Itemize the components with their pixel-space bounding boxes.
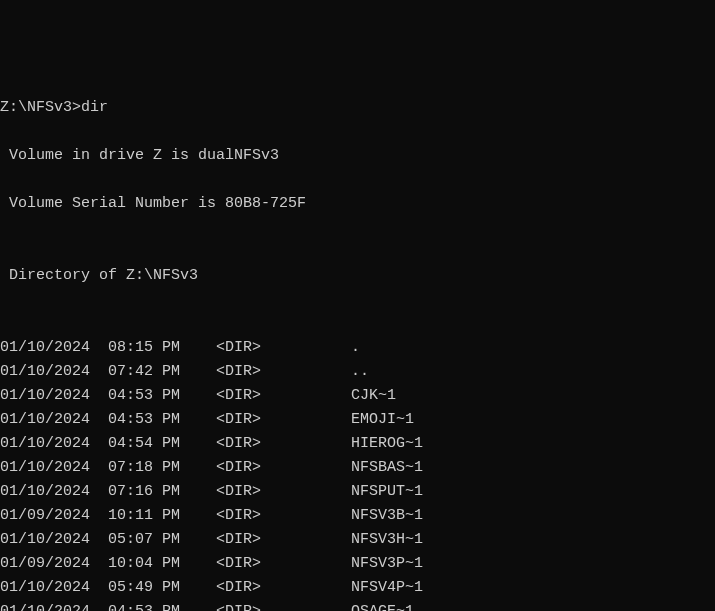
volume-line: Volume in drive Z is dualNFSv3 bbox=[0, 144, 715, 168]
directory-entries: 01/10/2024 08:15 PM <DIR> .01/10/2024 07… bbox=[0, 336, 715, 611]
serial-line: Volume Serial Number is 80B8-725F bbox=[0, 192, 715, 216]
directory-of-line: Directory of Z:\NFSv3 bbox=[0, 264, 715, 288]
dir-entry-row: 01/10/2024 08:15 PM <DIR> . bbox=[0, 336, 715, 360]
dir-entry-row: 01/10/2024 04:54 PM <DIR> HIEROG~1 bbox=[0, 432, 715, 456]
dir-entry-row: 01/10/2024 04:53 PM <DIR> CJK~1 bbox=[0, 384, 715, 408]
dir-entry-row: 01/09/2024 10:11 PM <DIR> NFSV3B~1 bbox=[0, 504, 715, 528]
dir-entry-row: 01/10/2024 07:16 PM <DIR> NFSPUT~1 bbox=[0, 480, 715, 504]
terminal-output: Z:\NFSv3>dir Volume in drive Z is dualNF… bbox=[0, 72, 715, 611]
dir-entry-row: 01/09/2024 10:04 PM <DIR> NFSV3P~1 bbox=[0, 552, 715, 576]
dir-entry-row: 01/10/2024 07:18 PM <DIR> NFSBAS~1 bbox=[0, 456, 715, 480]
dir-entry-row: 01/10/2024 07:42 PM <DIR> .. bbox=[0, 360, 715, 384]
dir-entry-row: 01/10/2024 05:07 PM <DIR> NFSV3H~1 bbox=[0, 528, 715, 552]
dir-entry-row: 01/10/2024 04:53 PM <DIR> OSAGE~1 bbox=[0, 600, 715, 611]
prompt-line[interactable]: Z:\NFSv3>dir bbox=[0, 96, 715, 120]
dir-entry-row: 01/10/2024 04:53 PM <DIR> EMOJI~1 bbox=[0, 408, 715, 432]
dir-entry-row: 01/10/2024 05:49 PM <DIR> NFSV4P~1 bbox=[0, 576, 715, 600]
